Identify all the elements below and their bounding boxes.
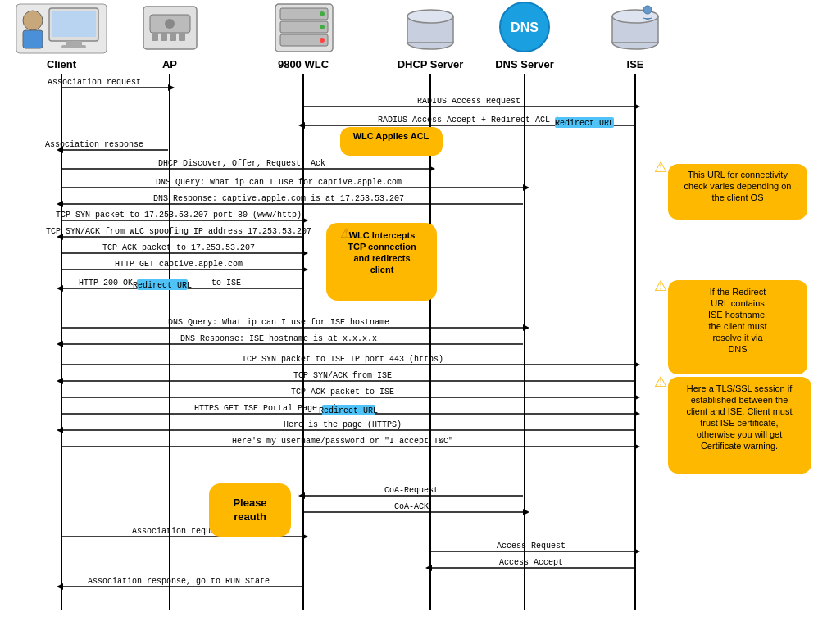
msg-m19-pre: HTTPS GET ISE Portal Page using xyxy=(194,404,347,413)
wlc-intercepts-text2: TCP connection xyxy=(348,242,416,252)
msg-m20: Here is the page (HTTPS) xyxy=(284,420,402,429)
svg-rect-4 xyxy=(52,11,96,37)
svg-marker-48 xyxy=(57,234,63,240)
msg-m8: DNS Response: captive.apple.com is at 17… xyxy=(153,194,404,203)
wlc-label: 9800 WLC xyxy=(278,58,329,70)
msg-m6: DHCP Discover, Offer, Request, Ack xyxy=(158,159,325,168)
ise-label: ISE xyxy=(627,58,644,70)
warn-icon-2: ⚠ xyxy=(654,278,667,294)
svg-rect-6 xyxy=(61,45,86,48)
info-box-1 xyxy=(668,164,807,220)
svg-point-1 xyxy=(23,11,43,30)
svg-rect-3 xyxy=(49,8,98,41)
msg-m11: TCP ACK packet to 17.253.53.207 xyxy=(102,243,255,252)
svg-point-20 xyxy=(320,38,325,43)
info2-text4: the client must xyxy=(709,321,767,331)
svg-marker-35 xyxy=(298,122,305,129)
svg-rect-17 xyxy=(280,34,328,46)
svg-marker-59 xyxy=(57,341,63,347)
svg-point-28 xyxy=(612,10,658,23)
msg-m2: RADIUS Access Request xyxy=(417,97,520,106)
info1-text1: This URL for connectivity xyxy=(688,170,788,179)
svg-rect-27 xyxy=(612,16,658,43)
svg-marker-63 xyxy=(57,378,63,384)
please-reauth-box xyxy=(209,483,291,537)
info3-text5: otherwise you will get xyxy=(697,429,783,439)
svg-marker-65 xyxy=(634,394,640,401)
info1-text2: check varies depending on xyxy=(684,181,792,191)
svg-point-24 xyxy=(500,2,549,52)
msg-m1: Association request xyxy=(48,78,141,87)
info3-text2: established between the xyxy=(691,395,788,405)
svg-marker-74 xyxy=(298,492,305,499)
svg-rect-5 xyxy=(66,41,82,45)
wlc-intercepts-text1: WLC Intercepts xyxy=(349,230,416,240)
msg-m5: Association response xyxy=(45,140,143,149)
svg-marker-72 xyxy=(634,443,640,450)
warn-icon-3: ⚠ xyxy=(654,374,667,390)
svg-marker-44 xyxy=(57,201,63,207)
wlc-intercepts-text3: and redirects xyxy=(353,253,410,263)
wlc-applies-acl-text: WLC Applies ACL xyxy=(353,131,429,141)
info3-text4: trust ISE certificate, xyxy=(700,418,778,428)
svg-marker-57 xyxy=(523,324,529,331)
msg-m15: DNS Response: ISE hostname is at x.x.x.x xyxy=(180,334,377,343)
svg-rect-16 xyxy=(280,21,328,33)
msg-m16: TCP SYN packet to ISE IP port 443 (https… xyxy=(242,355,443,364)
svg-rect-2 xyxy=(23,30,43,48)
svg-marker-38 xyxy=(57,147,63,153)
msg-m25: Access Request xyxy=(497,542,566,551)
svg-marker-52 xyxy=(302,266,308,273)
svg-point-29 xyxy=(643,6,652,14)
svg-marker-50 xyxy=(302,250,308,256)
info-box-2 xyxy=(668,280,807,374)
info2-text2: URL contains xyxy=(711,298,765,308)
wlc-intercepts-text4: client xyxy=(370,265,394,274)
msg-m13-pre: HTTP 200 OK + xyxy=(79,279,143,288)
svg-rect-14 xyxy=(275,4,333,52)
msg-m12: HTTP GET captive.apple.com xyxy=(115,260,243,269)
info1-text3: the client OS xyxy=(712,193,764,202)
dns-icon: DNS xyxy=(500,2,549,52)
msg-m18: TCP ACK packet to ISE xyxy=(291,388,394,397)
svg-rect-15 xyxy=(280,8,328,20)
msg-m7: DNS Query: What ip can I use for captive… xyxy=(156,178,402,187)
wlc-intercepts-box xyxy=(326,223,437,301)
ap-icon xyxy=(143,7,197,49)
svg-marker-76 xyxy=(523,509,529,515)
svg-marker-61 xyxy=(634,361,640,368)
msg-m26: Access Accept xyxy=(499,558,563,567)
client-icon xyxy=(16,4,107,53)
client-label: Client xyxy=(47,58,77,70)
svg-point-19 xyxy=(320,25,325,29)
dns-label: DNS Server xyxy=(495,58,554,70)
redirect-url-m13: Redirect URL xyxy=(133,281,192,290)
warn-icon-1: ⚠ xyxy=(654,159,667,175)
info-box-3 xyxy=(668,377,811,474)
info2-text5: resolve it via xyxy=(712,333,763,342)
info3-text1: Here a TLS/SSL session if xyxy=(687,383,793,393)
svg-point-23 xyxy=(407,10,453,23)
svg-rect-0 xyxy=(16,4,107,53)
svg-rect-55 xyxy=(137,279,188,290)
svg-text:DNS: DNS xyxy=(511,20,539,34)
msg-m3: RADIUS Access Accept + Redirect ACL + xyxy=(378,116,560,125)
svg-marker-70 xyxy=(57,427,63,433)
svg-rect-8 xyxy=(150,15,190,33)
redirect-url-label-m3: Redirect URL xyxy=(555,119,614,128)
msg-m21: Here's my username/password or "I accept… xyxy=(232,437,453,446)
svg-rect-10 xyxy=(152,33,158,41)
msg-m27: Association response, go to RUN State xyxy=(88,577,270,586)
svg-marker-54 xyxy=(57,285,63,292)
msg-m23: CoA-ACK xyxy=(394,502,429,511)
svg-marker-78 xyxy=(302,533,308,540)
ise-icon xyxy=(612,6,658,49)
svg-rect-68 xyxy=(322,405,375,415)
wlc-applies-acl-box xyxy=(340,127,443,156)
msg-m14: DNS Query: What ip can I use for ISE hos… xyxy=(168,318,389,327)
dhcp-label: DHCP Server xyxy=(398,58,464,70)
warn-icon-wlc: ⚠ xyxy=(340,226,352,240)
svg-marker-33 xyxy=(634,103,640,110)
svg-marker-67 xyxy=(634,410,640,417)
please-reauth-text2: reauth xyxy=(234,510,266,523)
